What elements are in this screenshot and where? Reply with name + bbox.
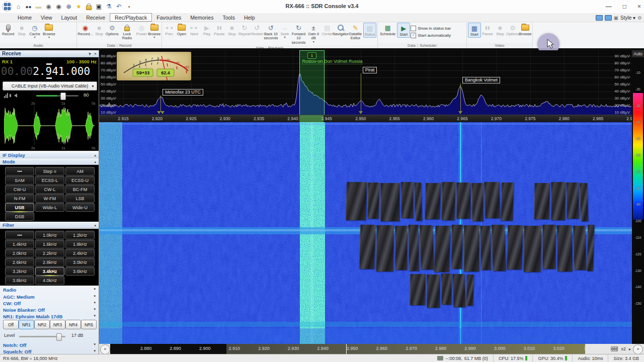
- record-button[interactable]: Record: [1, 23, 15, 37]
- if-display-header[interactable]: IF Display▴: [0, 152, 99, 158]
- lock-radio-button[interactable]: Lock Radio: [119, 23, 135, 41]
- nav-scroll-right-button[interactable]: »: [633, 344, 643, 354]
- gain-0-db-button[interactable]: ±Gain 0 dB▾: [306, 23, 321, 43]
- radio-row-agc[interactable]: AGC: Medium▾: [3, 294, 96, 300]
- status-button[interactable]: ▤Status: [363, 23, 376, 38]
- station-marker-label[interactable]: Pirat: [363, 67, 377, 73]
- menu-memories[interactable]: Memories: [186, 13, 218, 22]
- zoom-factor[interactable]: x2: [621, 346, 626, 351]
- panel-close-icon[interactable]: ×: [94, 51, 97, 56]
- mode-am[interactable]: AM: [65, 167, 95, 175]
- monitor-icon[interactable]: [596, 15, 603, 21]
- waterfall-speed-icon[interactable]: [611, 346, 618, 351]
- menu-receive[interactable]: Receive: [82, 13, 110, 22]
- browse-button[interactable]: Browse▾: [42, 23, 56, 39]
- mode-header[interactable]: Mode▴: [0, 158, 99, 165]
- filter-3.0khz[interactable]: 3.0kHz: [65, 258, 95, 266]
- nr-button-nr1[interactable]: NR1: [19, 320, 34, 329]
- camera-icon[interactable]: ▣: [95, 3, 103, 11]
- show-in-status-bar-checkbox[interactable]: Show in status bar: [411, 26, 451, 31]
- filter-4.0khz[interactable]: 4.0kHz: [35, 276, 64, 285]
- filter-1.8khz[interactable]: 1.8kHz: [65, 240, 95, 248]
- filter-[interactable]: •••: [5, 231, 34, 239]
- next-button[interactable]: ►►Next: [188, 23, 200, 37]
- mode-dsb[interactable]: DSB: [5, 212, 34, 221]
- record--button[interactable]: ◉Record...: [78, 23, 93, 37]
- play-icon[interactable]: ◉: [45, 3, 52, 11]
- mode-[interactable]: •••: [5, 167, 34, 175]
- radio-row-cw[interactable]: CW: Off▾: [3, 301, 96, 306]
- mode-ecssu[interactable]: ECSS-U: [65, 176, 95, 185]
- mode-nfm[interactable]: N-FM: [5, 194, 34, 203]
- start-button[interactable]: ▶Start: [397, 23, 410, 38]
- mode-step[interactable]: Step ≡: [35, 167, 64, 175]
- frequency-digits[interactable]: 00.002.941.000: [1, 65, 98, 77]
- menu-view[interactable]: View: [36, 13, 57, 22]
- start-button[interactable]: ▦Start: [468, 23, 481, 38]
- filter-2.0khz[interactable]: 2.0kHz: [5, 249, 34, 257]
- options-button[interactable]: ⚙Options: [507, 23, 519, 37]
- filter-2.6khz[interactable]: 2.6kHz: [5, 258, 34, 266]
- maximize-button[interactable]: □: [623, 3, 626, 10]
- nr-button-nr3[interactable]: NR3: [50, 320, 65, 329]
- nr-button-nr2[interactable]: NR2: [34, 320, 50, 329]
- flask-icon[interactable]: ⚗: [105, 3, 113, 11]
- auto-range-button[interactable]: Auto: [632, 50, 644, 57]
- filter-2.4khz[interactable]: 2.4kHz: [65, 249, 95, 257]
- start-automatically-checkbox[interactable]: ✓Start automatically: [411, 33, 451, 38]
- seek-button[interactable]: ↔Seek▾: [279, 23, 291, 39]
- menu-help[interactable]: Help: [239, 13, 260, 22]
- users-icon[interactable]: ●●: [25, 3, 32, 11]
- datafile-editor-button[interactable]: ✎Datafile Editor: [348, 23, 363, 41]
- menu-layout[interactable]: Layout: [57, 13, 82, 22]
- settings-gear-icon[interactable]: ⚙: [637, 15, 642, 21]
- mode-wfm[interactable]: W-FM: [35, 194, 64, 203]
- panel-pin-icon[interactable]: ▾: [89, 51, 91, 56]
- radio-section-header[interactable]: Radio▾: [3, 287, 96, 293]
- pause-button[interactable]: ▮▮Pause: [481, 23, 494, 37]
- waterfall-display[interactable]: 21:56:07 UTC: [99, 122, 632, 344]
- level-slider[interactable]: [19, 336, 65, 337]
- add-icon[interactable]: ⊕: [65, 3, 72, 11]
- mode-bcfm[interactable]: BC-FM: [65, 185, 95, 194]
- filter-2.8khz[interactable]: 2.8kHz: [35, 258, 64, 266]
- speaker-icon[interactable]: [14, 94, 17, 98]
- mode-cwu[interactable]: CW-U: [5, 185, 34, 194]
- menu-tools[interactable]: Tools: [218, 13, 239, 22]
- filter-2.2khz[interactable]: 2.2kHz: [35, 249, 64, 257]
- filter-header[interactable]: Filter▴: [0, 222, 99, 228]
- stop-button[interactable]: ■Stop: [93, 23, 105, 37]
- level-slider-handle[interactable]: [56, 333, 62, 341]
- filter-3.6khz[interactable]: 3.6kHz: [65, 267, 95, 276]
- nr-button-nr5[interactable]: NR5: [81, 320, 97, 329]
- station-marker-label[interactable]: Bangkok Volmet: [462, 77, 500, 83]
- stop-button[interactable]: ■Stop: [226, 23, 238, 37]
- close-button[interactable]: ×: [637, 3, 641, 10]
- monitor2-icon[interactable]: [605, 15, 612, 21]
- menu-favourites[interactable]: Favourites: [152, 13, 186, 22]
- favourite-star-icon[interactable]: ★: [75, 3, 83, 11]
- zoom-menu-icon[interactable]: ▸: [629, 347, 631, 351]
- nr-button-off[interactable]: Off: [3, 320, 19, 329]
- menu-home[interactable]: Home: [13, 13, 36, 22]
- nav-scroll-left-button[interactable]: «: [100, 344, 110, 354]
- minimize-button[interactable]: —: [606, 3, 612, 10]
- filter-1.4khz[interactable]: 1.4kHz: [5, 240, 34, 248]
- mode-sam[interactable]: SAM: [5, 176, 34, 185]
- filter-1.2khz[interactable]: 1.2kHz: [65, 231, 95, 239]
- schedule-button[interactable]: ▦Schedule: [379, 23, 396, 37]
- open-button[interactable]: Open: [176, 23, 188, 37]
- stop-button[interactable]: ■Stop: [16, 23, 28, 37]
- play-button[interactable]: ▶Play: [201, 23, 213, 37]
- filter-3.8khz[interactable]: 3.8kHz: [5, 276, 34, 285]
- radio-row-nr1[interactable]: NR1: Ephraim Malah 17dB▾: [3, 314, 96, 319]
- card-icon[interactable]: ▬: [35, 3, 42, 11]
- lock-icon[interactable]: [85, 3, 93, 11]
- mode-cwl[interactable]: CW-L: [35, 185, 64, 194]
- menu-rec-playback[interactable]: Rec/Playback: [110, 13, 152, 22]
- mode-lsb[interactable]: LSB: [65, 194, 95, 203]
- stop-button[interactable]: ■Stop: [494, 23, 506, 37]
- browse-button[interactable]: Browse: [519, 23, 531, 37]
- cache-button[interactable]: ◷Cache▾: [28, 23, 41, 39]
- mode-wideu[interactable]: Wide-U: [65, 203, 95, 212]
